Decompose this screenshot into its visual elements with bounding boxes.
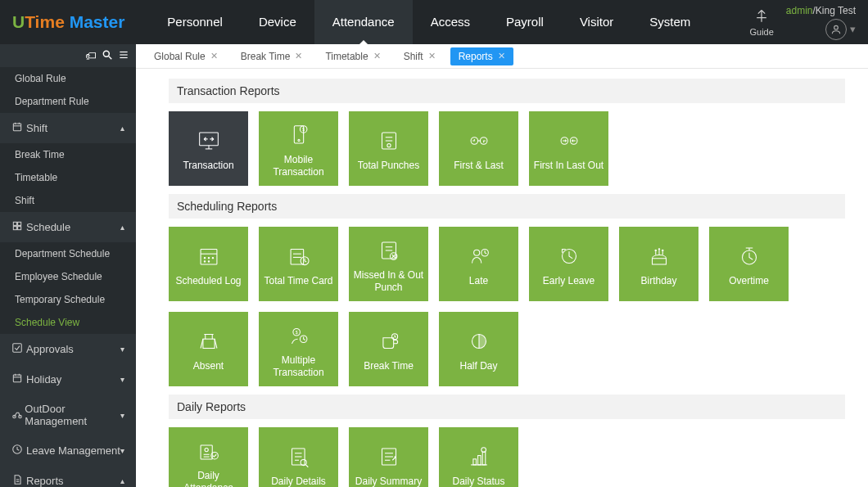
svg-point-0 bbox=[834, 25, 839, 29]
break-icon bbox=[375, 326, 403, 357]
sidebar-group-leave-management[interactable]: Leave Management▾ bbox=[0, 435, 136, 466]
sidebar-item-department-schedule[interactable]: Department Schedule bbox=[0, 242, 136, 265]
svg-point-28 bbox=[297, 139, 299, 141]
card-label: Total Punches bbox=[358, 160, 419, 171]
section-scheduling-reports: Scheduling Reports bbox=[169, 194, 845, 219]
close-icon[interactable]: ✕ bbox=[210, 51, 218, 61]
card-overtime[interactable]: Overtime bbox=[709, 227, 789, 301]
card-daily-status[interactable]: Daily Status bbox=[439, 427, 518, 487]
card-daily-details[interactable]: Daily Details bbox=[259, 427, 338, 487]
sidebar-group-approvals[interactable]: Approvals▾ bbox=[0, 334, 136, 364]
card-label: Half Day bbox=[459, 360, 497, 372]
guide-button[interactable]: Guide bbox=[749, 8, 773, 37]
sidebar-item-break-time[interactable]: Break Time bbox=[0, 143, 136, 166]
card-break-time[interactable]: Break Time bbox=[349, 312, 428, 386]
card-total-punches[interactable]: Total Punches bbox=[349, 111, 428, 186]
sidebar-group-outdoor-management[interactable]: OutDoor Management▾ bbox=[0, 395, 136, 435]
sidebar-item-schedule-view[interactable]: Schedule View bbox=[0, 311, 136, 334]
dsummary-icon bbox=[375, 441, 403, 472]
sidebar-item-timetable[interactable]: Timetable bbox=[0, 166, 136, 189]
nav-visitor[interactable]: Visitor bbox=[562, 0, 631, 44]
sidebar: 🏷 Global RuleDepartment RuleShift▴Break … bbox=[0, 44, 136, 487]
card-first-in-last-out[interactable]: First In Last Out bbox=[529, 111, 608, 186]
search-icon[interactable] bbox=[102, 49, 113, 63]
svg-line-89 bbox=[305, 465, 308, 467]
card-birthday[interactable]: Birthday bbox=[619, 227, 698, 301]
svg-rect-12 bbox=[13, 227, 16, 230]
svg-rect-11 bbox=[18, 222, 21, 225]
card-first-last[interactable]: First & Last bbox=[439, 111, 518, 186]
card-label: Break Time bbox=[364, 360, 414, 372]
user-menu-caret[interactable]: ▾ bbox=[850, 23, 856, 35]
sidebar-item-shift[interactable]: Shift bbox=[0, 189, 136, 212]
card-label: Transaction bbox=[183, 160, 233, 171]
svg-text:$: $ bbox=[302, 128, 305, 132]
card-total-time-card[interactable]: Total Time Card bbox=[259, 227, 338, 301]
missed-icon bbox=[375, 235, 403, 266]
chevron-down-icon: ▾ bbox=[120, 411, 124, 420]
tab-reports[interactable]: Reports✕ bbox=[450, 47, 513, 65]
main-nav: PersonnelDeviceAttendanceAccessPayrollVi… bbox=[149, 0, 708, 44]
card-daily-summary[interactable]: Daily Summary bbox=[349, 427, 428, 487]
ddetails-icon bbox=[285, 441, 313, 472]
nav-device[interactable]: Device bbox=[241, 0, 314, 44]
tab-timetable[interactable]: Timetable✕ bbox=[317, 47, 388, 65]
card-mobile-transaction[interactable]: $Mobile Transaction bbox=[259, 111, 338, 186]
tab-strip: Global Rule✕Break Time✕Timetable✕Shift✕R… bbox=[136, 44, 868, 69]
tab-break-time[interactable]: Break Time✕ bbox=[233, 47, 311, 65]
card-multiple-transaction[interactable]: $Multiple Transaction bbox=[259, 312, 338, 386]
close-icon[interactable]: ✕ bbox=[295, 51, 302, 61]
svg-rect-24 bbox=[199, 133, 218, 146]
card-row: Transaction$Mobile TransactionTotal Punc… bbox=[169, 111, 845, 186]
sidebar-group-holiday[interactable]: Holiday▾ bbox=[0, 364, 136, 395]
sidebar-item-temporary-schedule[interactable]: Temporary Schedule bbox=[0, 288, 136, 311]
svg-point-63 bbox=[655, 250, 656, 251]
tab-shift[interactable]: Shift✕ bbox=[396, 47, 444, 65]
card-early-leave[interactable]: Early Leave bbox=[529, 227, 608, 301]
card-label: Daily Status bbox=[452, 476, 504, 487]
nav-access[interactable]: Access bbox=[413, 0, 488, 44]
svg-rect-97 bbox=[482, 453, 486, 466]
close-icon[interactable]: ✕ bbox=[373, 51, 381, 61]
nav-payroll[interactable]: Payroll bbox=[488, 0, 562, 44]
card-half-day[interactable]: Half Day bbox=[439, 312, 518, 386]
sidebar-item-employee-schedule[interactable]: Employee Schedule bbox=[0, 265, 136, 288]
monitor-icon bbox=[195, 125, 223, 156]
sidebar-group-reports[interactable]: Reports▴ bbox=[0, 466, 136, 487]
tab-global-rule[interactable]: Global Rule✕ bbox=[146, 47, 226, 65]
card-absent[interactable]: Absent bbox=[169, 312, 248, 386]
svg-point-57 bbox=[473, 250, 479, 256]
close-icon[interactable]: ✕ bbox=[498, 51, 505, 61]
svg-line-2 bbox=[109, 56, 112, 59]
sidebar-group-shift[interactable]: Shift▴ bbox=[0, 113, 136, 143]
card-scheduled-log[interactable]: Scheduled Log bbox=[169, 227, 248, 301]
user-avatar[interactable] bbox=[825, 19, 847, 40]
svg-rect-15 bbox=[13, 375, 20, 382]
collapse-icon[interactable] bbox=[118, 49, 129, 63]
card-label: Multiple Transaction bbox=[262, 354, 335, 378]
card-late[interactable]: Late bbox=[439, 227, 518, 301]
svg-rect-96 bbox=[477, 456, 481, 465]
nav-system[interactable]: System bbox=[631, 0, 708, 44]
card-transaction[interactable]: Transaction bbox=[169, 111, 248, 186]
svg-point-44 bbox=[212, 258, 213, 259]
card-daily-attendance[interactable]: Daily Attendance bbox=[169, 427, 248, 487]
svg-rect-14 bbox=[13, 344, 22, 353]
sidebar-item-global-rule[interactable]: Global Rule bbox=[0, 67, 136, 90]
tag-icon[interactable]: 🏷 bbox=[85, 49, 97, 62]
nav-personnel[interactable]: Personnel bbox=[149, 0, 241, 44]
sidebar-group-schedule[interactable]: Schedule▴ bbox=[0, 212, 136, 242]
content-area: Transaction ReportsTransaction$Mobile Tr… bbox=[136, 69, 868, 487]
svg-point-45 bbox=[204, 261, 205, 262]
punches-icon bbox=[375, 125, 403, 156]
nav-attendance[interactable]: Attendance bbox=[314, 0, 413, 44]
card-label: Daily Attendance bbox=[172, 470, 245, 487]
svg-rect-95 bbox=[472, 459, 476, 465]
guide-icon bbox=[749, 8, 773, 27]
timecard-icon bbox=[285, 241, 313, 272]
absent-icon bbox=[195, 326, 223, 357]
late-icon bbox=[465, 241, 493, 272]
card-missed-in-out-punch[interactable]: Missed In & Out Punch bbox=[349, 227, 428, 301]
sidebar-item-department-rule[interactable]: Department Rule bbox=[0, 90, 136, 113]
close-icon[interactable]: ✕ bbox=[428, 51, 436, 61]
